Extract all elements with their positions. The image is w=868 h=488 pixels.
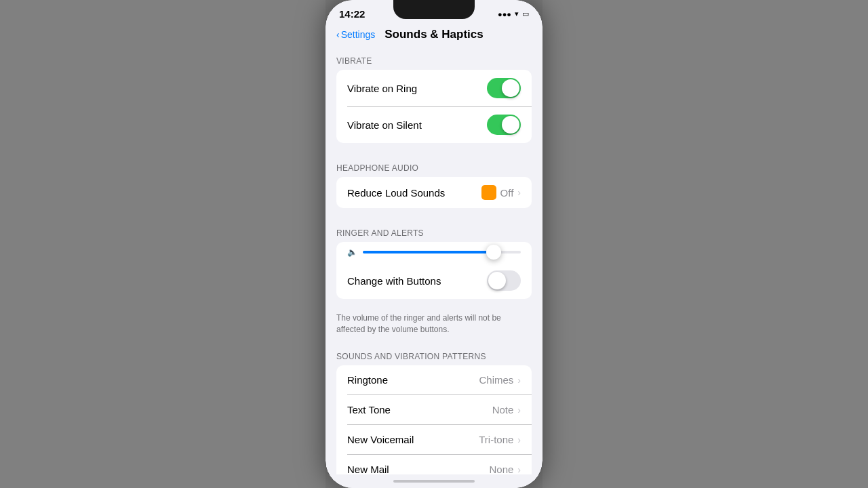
vibrate-on-ring-label: Vibrate on Ring (347, 83, 417, 94)
text-tone-row[interactable]: Text Tone Note › (336, 395, 532, 425)
ringtone-row[interactable]: Ringtone Chimes › (336, 365, 532, 395)
chevron-right-icon: › (517, 464, 521, 474)
scroll-content[interactable]: VIBRATE Vibrate on Ring Vibrate on Silen… (326, 47, 542, 474)
ringer-card: 🔈 Change with Buttons (336, 242, 532, 299)
reduce-loud-sounds-label: Reduce Loud Sounds (347, 187, 445, 199)
ringer-helper-text: The volume of the ringer and alerts will… (326, 310, 542, 342)
new-voicemail-right: Tri-tone › (479, 434, 521, 445)
sounds-card: Ringtone Chimes › Text Tone Note › (336, 365, 532, 474)
page-title: Sounds & Haptics (384, 28, 483, 41)
new-mail-value: None (489, 464, 513, 474)
ringer-slider-thumb[interactable] (486, 245, 501, 260)
vibrate-on-silent-label: Vibrate on Silent (347, 119, 422, 131)
ringtone-right: Chimes › (479, 374, 521, 386)
status-time: 14:22 (339, 8, 365, 20)
signal-icon: ●●● (498, 10, 511, 18)
phone-screen: 14:22 ●●● ▾ ▭ ‹ Settings Sounds & Haptic… (326, 0, 542, 488)
phone-frame: 14:22 ●●● ▾ ▭ ‹ Settings Sounds & Haptic… (326, 0, 542, 488)
wifi-icon: ▾ (515, 9, 519, 18)
toggle-thumb (488, 272, 506, 289)
reduce-loud-sounds-value: Off (500, 187, 514, 199)
nav-bar: ‹ Settings Sounds & Haptics (326, 22, 542, 47)
chevron-left-icon: ‹ (336, 29, 340, 40)
volume-low-icon: 🔈 (347, 247, 357, 257)
section-sounds-header: SOUNDS AND VIBRATION PATTERNS (326, 342, 542, 365)
section-headphone-header: HEADPHONE AUDIO (326, 154, 542, 177)
new-mail-right: None › (489, 464, 521, 474)
new-voicemail-label: New Voicemail (347, 434, 414, 445)
left-panel (0, 0, 326, 488)
outer-wrap: 14:22 ●●● ▾ ▭ ‹ Settings Sounds & Haptic… (0, 0, 868, 488)
home-bar (393, 480, 475, 483)
orange-indicator (481, 185, 496, 200)
chevron-right-icon: › (517, 375, 521, 386)
vibrate-on-silent-toggle[interactable] (487, 115, 521, 135)
new-voicemail-row[interactable]: New Voicemail Tri-tone › (336, 425, 532, 455)
chevron-right-icon: › (517, 187, 521, 198)
ringtone-value: Chimes (479, 374, 513, 386)
vibrate-card: Vibrate on Ring Vibrate on Silent (336, 70, 532, 143)
ringer-slider-track[interactable] (363, 251, 521, 253)
ringer-slider-row[interactable]: 🔈 (336, 242, 532, 262)
change-with-buttons-toggle[interactable] (487, 270, 521, 291)
back-label: Settings (341, 29, 376, 40)
text-tone-right: Note › (492, 404, 521, 415)
vibrate-on-ring-row[interactable]: Vibrate on Ring (336, 70, 532, 106)
vibrate-on-ring-toggle[interactable] (487, 78, 521, 98)
reduce-loud-sounds-right: Off › (481, 185, 521, 200)
section-ringer-header: RINGER AND ALERTS (326, 219, 542, 242)
new-voicemail-value: Tri-tone (479, 434, 513, 445)
vibrate-on-silent-row[interactable]: Vibrate on Silent (336, 106, 532, 143)
reduce-loud-sounds-row[interactable]: Reduce Loud Sounds Off › (336, 177, 532, 208)
toggle-thumb (502, 116, 519, 134)
chevron-right-icon: › (517, 405, 521, 415)
ringtone-label: Ringtone (347, 374, 388, 386)
text-tone-label: Text Tone (347, 404, 391, 415)
new-mail-row[interactable]: New Mail None › (336, 455, 532, 474)
status-icons: ●●● ▾ ▭ (498, 9, 529, 18)
notch (393, 0, 475, 19)
chevron-right-icon: › (517, 434, 521, 445)
back-button[interactable]: ‹ Settings (336, 29, 375, 40)
headphone-card: Reduce Loud Sounds Off › (336, 177, 532, 208)
change-with-buttons-label: Change with Buttons (347, 275, 441, 287)
section-vibrate-header: VIBRATE (326, 47, 542, 70)
new-mail-label: New Mail (347, 464, 389, 474)
home-indicator (326, 474, 542, 488)
battery-icon: ▭ (522, 9, 529, 18)
change-with-buttons-row[interactable]: Change with Buttons (336, 262, 532, 299)
toggle-thumb (502, 79, 519, 97)
ringer-slider-fill (363, 251, 489, 253)
right-panel (542, 0, 868, 488)
text-tone-value: Note (492, 404, 514, 415)
